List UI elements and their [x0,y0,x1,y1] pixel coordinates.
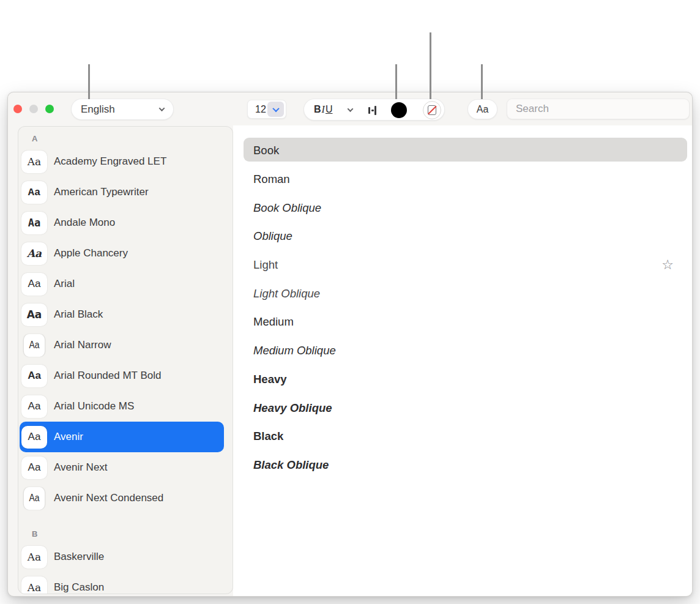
font-style-name: Light Oblique [253,287,320,300]
font-style-row-light[interactable]: Light☆ [244,251,687,280]
font-size-value: 12 [255,104,266,115]
font-style-name: Black Oblique [253,458,329,472]
font-style-row-light-oblique[interactable]: Light Oblique [244,279,687,308]
font-thumbnail: Aa [21,242,47,265]
selected-style-highlight [244,138,687,162]
font-style-row-medium-oblique[interactable]: Medium Oblique [244,337,687,365]
font-style-name: Book [253,144,279,157]
font-style-name: Medium Oblique [253,344,336,357]
italic-icon: I [322,104,325,115]
font-family-name: Arial Unicode MS [54,400,134,412]
font-style-row-book-oblique[interactable]: Book Oblique [244,193,687,222]
font-style-row-medium[interactable]: Medium [244,308,687,337]
text-preview-mode-button[interactable]: Aa [467,99,497,119]
font-thumbnail: Aa [24,487,45,510]
font-family-row-academy-engraved-let[interactable]: AaAcademy Engraved LET [20,146,224,177]
language-popup-value: English [81,103,115,116]
callout-line-aa [481,64,483,99]
font-family-row-avenir[interactable]: AaAvenir [20,422,224,452]
font-size-chevron-button[interactable] [267,102,284,117]
search-field [507,99,690,119]
underline-icon: U [326,104,333,115]
font-thumbnail: Aa [21,181,47,204]
chevron-down-icon [348,106,354,112]
language-popup[interactable]: English [71,99,174,120]
window-controls [13,105,54,113]
font-thumbnail: Aa [21,273,47,296]
font-family-name: Apple Chancery [54,247,128,259]
font-thumbnail: Aa [21,212,47,234]
font-thumbnail: Aa [21,304,47,326]
search-input[interactable] [516,103,680,115]
font-style-name: Oblique [253,229,292,243]
bold-italic-underline-popup[interactable]: B I U [314,99,332,120]
font-thumbnail: Aa [21,576,47,595]
font-thumbnail: Aa [21,546,47,569]
font-family-row-baskerville[interactable]: AaBaskerville [20,542,224,572]
font-family-row-arial[interactable]: AaArial [20,269,224,299]
font-thumbnail: Aa [21,426,47,449]
font-family-row-avenir-next-condensed[interactable]: AaAvenir Next Condensed [20,483,224,513]
callout-line-color-well [395,64,397,99]
font-style-list: BookRomanBook ObliqueObliqueLight☆Light … [244,136,687,479]
font-style-name: Book Oblique [253,201,321,215]
text-color-well[interactable] [391,102,407,118]
font-family-name: Arial [54,278,75,290]
font-family-row-andale-mono[interactable]: AaAndale Mono [20,207,224,238]
font-family-row-arial-black[interactable]: AaArial Black [20,299,224,330]
text-height-icon[interactable] [368,105,378,115]
font-family-row-american-typewriter[interactable]: AaAmerican Typewriter [20,177,224,207]
font-size-popup[interactable]: 12 [247,100,286,119]
section-header-a: A [18,132,233,146]
font-book-window: English 12 B I U Aa [7,92,693,597]
font-family-name: Baskerville [54,551,104,563]
font-style-row-heavy[interactable]: Heavy [244,365,687,394]
font-thumbnail: Aa [21,457,47,479]
font-family-row-arial-narrow[interactable]: AaArial Narrow [20,330,224,360]
close-button[interactable] [13,105,22,113]
callout-line-no-fill [430,32,431,99]
font-family-name: Avenir Next Condensed [54,492,163,504]
font-style-name: Light [253,258,278,272]
font-style-name: Heavy [253,373,287,386]
font-style-row-book[interactable]: Book [244,136,687,165]
callout-line-language [88,64,90,99]
font-family-row-big-caslon[interactable]: AaBig Caslon [20,572,224,594]
font-style-name: Heavy Oblique [253,401,332,415]
font-style-name: Roman [253,173,290,186]
font-style-row-oblique[interactable]: Oblique [244,222,687,251]
favorite-star-icon[interactable]: ☆ [661,258,674,272]
font-family-row-arial-unicode-ms[interactable]: AaArial Unicode MS [20,391,224,422]
font-family-name: Big Caslon [54,581,104,594]
font-thumbnail: Aa [21,395,47,418]
font-style-name: Black [253,430,283,443]
font-family-name: Arial Rounded MT Bold [54,370,161,382]
font-style-row-black-oblique[interactable]: Black Oblique [244,451,687,480]
font-style-name: Medium [253,315,294,329]
minimize-button[interactable] [29,105,38,113]
zoom-button[interactable] [45,105,54,113]
font-style-row-heavy-oblique[interactable]: Heavy Oblique [244,393,687,422]
text-format-group: B I U [303,99,445,121]
font-family-name: American Typewriter [54,186,149,198]
bold-icon: B [314,104,321,115]
font-thumbnail: Aa [21,365,47,387]
font-family-row-avenir-next[interactable]: AaAvenir Next [20,452,224,483]
font-family-sidebar: AAaAcademy Engraved LETAaAmerican Typewr… [18,126,233,594]
font-family-row-arial-rounded-mt-bold[interactable]: AaArial Rounded MT Bold [20,360,224,391]
chevron-down-icon [159,105,165,111]
chevron-down-icon [272,105,279,111]
font-thumbnail: Aa [24,334,45,357]
font-family-name: Academy Engraved LET [54,155,166,168]
no-fill-color-button[interactable] [423,101,441,119]
section-header-b: B [18,527,233,542]
font-style-row-roman[interactable]: Roman [244,165,687,194]
font-family-name: Avenir [54,431,83,443]
font-thumbnail: Aa [21,151,47,173]
font-style-row-black[interactable]: Black [244,422,687,451]
font-family-name: Avenir Next [54,461,108,474]
font-family-name: Andale Mono [54,217,115,229]
font-family-row-apple-chancery[interactable]: AaApple Chancery [20,238,224,269]
font-family-name: Arial Narrow [54,339,111,351]
no-fill-icon [428,105,436,115]
